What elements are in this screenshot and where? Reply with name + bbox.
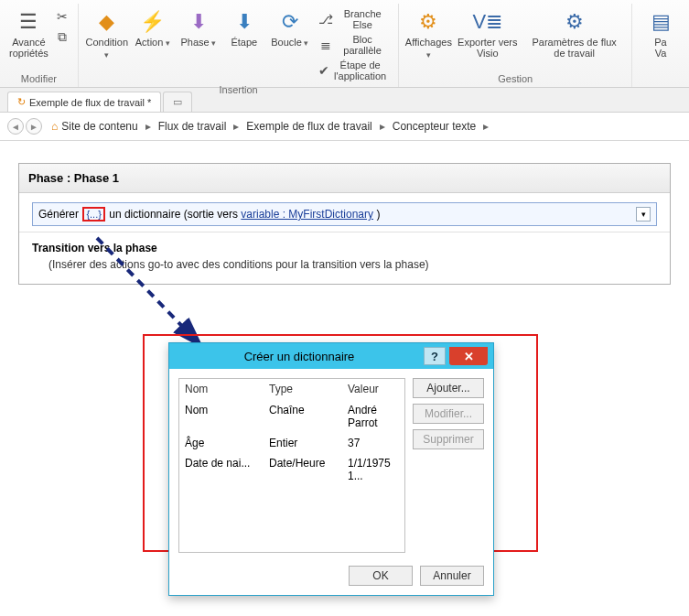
workflow-settings-button[interactable]: ⚙Paramètres de flux de travail (522, 5, 626, 60)
branch-icon: ⎇ (318, 11, 334, 27)
phase-icon: ⬇ (184, 7, 213, 37)
page-icon: ▭ (173, 96, 182, 108)
dialog-title-text: Créer un dictionnaire (175, 350, 424, 363)
breadcrumb-item-3[interactable]: Concepteur texte (393, 120, 476, 133)
condition-icon: ◆ (92, 7, 122, 37)
breadcrumb-sep: ▸ (145, 120, 151, 133)
action-dropdown[interactable]: ▾ (636, 207, 651, 222)
col-type[interactable]: Type (264, 379, 342, 400)
col-value[interactable]: Valeur (342, 379, 404, 400)
breadcrumb-item-1[interactable]: Flux de travail (158, 120, 227, 133)
breadcrumb-sep: ▸ (483, 120, 489, 133)
cell-value: 1/1/1975 1... (342, 453, 404, 486)
ribbon-group-modifier: ☰ Avancé ropriétés ✂ ⧉ Modifier (0, 4, 79, 87)
breadcrumb-sep: ▸ (380, 120, 385, 133)
dialog-titlebar[interactable]: Créer un dictionnaire ? ✕ (169, 343, 493, 369)
settings-icon: ⚙ (560, 7, 589, 37)
cut-button[interactable]: ✂ (52, 7, 72, 26)
phase-box: Phase : Phase 1 Générer {...} un diction… (18, 163, 671, 285)
tab-new[interactable]: ▭ (163, 92, 192, 112)
else-branch-label: Branche Else (334, 8, 391, 30)
views-button[interactable]: ⚙Affichages (404, 5, 452, 62)
action-suffix: ) (376, 208, 380, 221)
breadcrumb-sep: ▸ (233, 120, 239, 133)
else-branch-button[interactable]: ⎇Branche Else (317, 7, 393, 31)
advanced-properties-button[interactable]: ☰ Avancé ropriétés (5, 5, 52, 60)
cell-name: Date de nai... (179, 453, 264, 486)
transition-text: (Insérer des actions go-to avec des cond… (19, 256, 670, 284)
action-button[interactable]: ⚡Action (130, 5, 176, 50)
cell-value: 37 (342, 433, 404, 453)
parallel-icon: ≣ (318, 37, 334, 53)
copy-icon: ⧉ (54, 28, 70, 45)
app-step-label: Étape de l'application (329, 59, 392, 81)
col-name[interactable]: Nom (179, 379, 264, 400)
doc-icon: ▤ (646, 7, 675, 37)
transition-header: Transition vers la phase (19, 232, 670, 256)
cut-icon: ✂ (54, 8, 70, 25)
parallel-block-label: Bloc parallèle (334, 34, 392, 56)
list-row[interactable]: Nom Chaîne André Parrot (179, 400, 404, 433)
modify-button[interactable]: Modifier... (413, 404, 484, 424)
cell-name: Nom (179, 400, 264, 433)
list-empty-space (179, 486, 404, 552)
condition-label: Condition (86, 37, 128, 60)
breadcrumb-item-0[interactable]: Site de contenu (61, 120, 137, 133)
copy-button[interactable]: ⧉ (52, 27, 72, 46)
parallel-block-button[interactable]: ≣Bloc parallèle (317, 33, 393, 57)
export-visio-button[interactable]: V≣Exporter vers Visio (452, 5, 522, 60)
tab-strip: ↻ Exemple de flux de travail * ▭ (0, 88, 689, 113)
properties-label: ropriétés (9, 48, 48, 59)
list-row[interactable]: Date de nai... Date/Heure 1/1/1975 1... (179, 453, 404, 486)
settings-label: Paramètres de flux de travail (526, 37, 622, 59)
group-label-gestion: Gestion (498, 72, 533, 87)
cutoff-v: Va (655, 48, 667, 59)
loop-label: Boucle (271, 37, 308, 49)
cutoff-p: Pa (654, 37, 666, 48)
list-row[interactable]: Âge Entier 37 (179, 433, 404, 453)
help-button[interactable]: ? (424, 347, 446, 365)
cancel-button[interactable]: Annuler (420, 566, 484, 586)
home-icon[interactable]: ⌂ (51, 120, 58, 133)
cell-type: Chaîne (264, 400, 342, 433)
step-icon: ⬇ (230, 7, 259, 37)
delete-button[interactable]: Supprimer (413, 429, 484, 449)
action-icon: ⚡ (138, 7, 167, 37)
list-header: Nom Type Valeur (179, 379, 404, 400)
condition-button[interactable]: ◆Condition (84, 5, 130, 62)
phase-button[interactable]: ⬇Phase (176, 5, 221, 50)
cell-value: André Parrot (342, 400, 404, 433)
tab-workflow-label: Exemple de flux de travail * (29, 97, 151, 108)
ok-button[interactable]: OK (349, 566, 413, 586)
step-button[interactable]: ⬇Étape (221, 5, 267, 49)
create-dictionary-dialog: Créer un dictionnaire ? ✕ Nom Type Valeu… (168, 342, 494, 596)
group-label-insertion: Insertion (220, 83, 258, 98)
nav-back-button[interactable]: ◄ (7, 118, 24, 135)
close-button[interactable]: ✕ (449, 347, 488, 365)
app-step-icon: ✔ (318, 62, 329, 79)
ribbon: ☰ Avancé ropriétés ✂ ⧉ Modifier ◆Conditi… (0, 0, 689, 88)
group-label-modifier: Modifier (21, 72, 57, 87)
ellipsis-builder-button[interactable]: {...} (82, 207, 105, 222)
loop-button[interactable]: ⟳Boucle (267, 5, 313, 50)
tab-workflow[interactable]: ↻ Exemple de flux de travail * (7, 92, 161, 112)
loop-icon: ⟳ (275, 7, 305, 37)
variable-link[interactable]: variable : MyFirstDictionary (241, 208, 373, 221)
cell-type: Entier (264, 433, 342, 453)
gear-icon: ⚙ (414, 7, 443, 37)
breadcrumb-item-2[interactable]: Exemple de flux de travail (246, 120, 371, 133)
app-step-button[interactable]: ✔Étape de l'application (317, 59, 393, 82)
breadcrumb: ◄ ► ⌂ Site de contenu ▸ Flux de travail … (0, 113, 689, 141)
action-build-dictionary[interactable]: Générer {...} un dictionnaire (sortie ve… (32, 202, 657, 226)
action-mid: un dictionnaire (sortie vers (109, 208, 238, 221)
visio-icon: V≣ (473, 7, 502, 37)
phase-title: Phase : Phase 1 (19, 164, 670, 193)
add-button[interactable]: Ajouter... (413, 378, 484, 398)
nav-forward-button[interactable]: ► (26, 118, 42, 135)
advanced-label: Avancé (12, 37, 46, 48)
cell-name: Âge (179, 433, 264, 453)
workflow-icon: ↻ (17, 96, 26, 108)
cutoff-button[interactable]: ▤PaVa (638, 5, 684, 60)
cell-type: Date/Heure (264, 453, 342, 486)
dictionary-list[interactable]: Nom Type Valeur Nom Chaîne André Parrot … (178, 378, 405, 553)
